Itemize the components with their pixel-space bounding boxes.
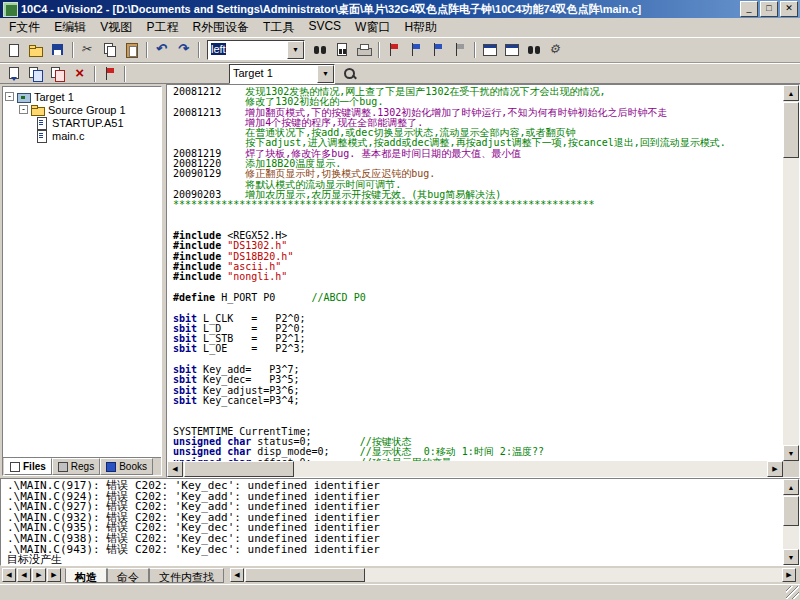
output-tab-2[interactable]: 文件内查找 bbox=[149, 568, 224, 583]
target-combo[interactable]: Target 1 ▼ bbox=[229, 64, 335, 84]
translate-file-button[interactable] bbox=[3, 64, 25, 84]
build-target-button[interactable] bbox=[25, 64, 47, 84]
tree-item-startup-a51[interactable]: STARTUP.A51 bbox=[5, 116, 159, 129]
find-button[interactable] bbox=[309, 40, 331, 60]
code-editor[interactable]: 20081212 发现1302发热的情况,网上查了下是国产1302在受干扰的情况… bbox=[166, 84, 800, 478]
scrollbar-thumb[interactable] bbox=[245, 568, 365, 582]
tab-scroll-first-icon[interactable]: ◀ bbox=[2, 568, 16, 582]
scroll-left-icon[interactable]: ◀ bbox=[167, 461, 183, 477]
menu-item-3[interactable]: P工程 bbox=[139, 17, 185, 38]
tree-item-source-group[interactable]: - Source Group 1 bbox=[5, 103, 159, 116]
output-horizontal-scrollbar[interactable]: ◀ ▶ bbox=[230, 568, 796, 582]
menu-items: F文件E编辑V视图P工程R外围设备T工具SVCSW窗口H帮助 bbox=[2, 17, 444, 38]
tree-item-label: Source Group 1 bbox=[48, 104, 126, 116]
output-window-icon bbox=[505, 43, 519, 57]
redo-button[interactable] bbox=[173, 40, 195, 60]
collapse-icon[interactable]: - bbox=[5, 92, 14, 101]
menu-item-5[interactable]: T工具 bbox=[256, 17, 301, 38]
scroll-up-icon[interactable]: ▲ bbox=[783, 479, 799, 495]
tree-item-main-c[interactable]: main.c bbox=[5, 129, 159, 142]
rebuild-all-button[interactable] bbox=[47, 64, 69, 84]
tab-scroll-last-icon[interactable]: ▶ bbox=[47, 568, 61, 582]
project-window-icon bbox=[483, 43, 497, 57]
next-bookmark-button[interactable] bbox=[427, 40, 449, 60]
close-button[interactable]: ✕ bbox=[780, 1, 798, 17]
scrollbar-thumb[interactable] bbox=[184, 461, 294, 477]
undo-button[interactable] bbox=[151, 40, 173, 60]
project-tree[interactable]: - Target 1 - Source Group 1 STARTUP.A51 … bbox=[3, 87, 161, 458]
code-line bbox=[173, 406, 783, 416]
code-line bbox=[173, 211, 783, 221]
code-area[interactable]: 20081212 发现1302发热的情况,网上查了下是国产1302在受干扰的情况… bbox=[167, 85, 783, 461]
code-segment: sbit bbox=[173, 343, 197, 354]
source-browser-button[interactable] bbox=[523, 40, 545, 60]
new-file-icon bbox=[7, 43, 21, 57]
editor-vertical-scrollbar[interactable]: ▲ ▼ bbox=[783, 85, 799, 461]
toggle-bookmark-icon bbox=[387, 43, 401, 57]
project-window-button[interactable] bbox=[479, 40, 501, 60]
project-panel-tabs: FilesRegsBooks bbox=[3, 457, 161, 475]
output-window-button[interactable] bbox=[501, 40, 523, 60]
scroll-left-icon[interactable]: ◀ bbox=[230, 568, 244, 582]
maximize-button[interactable]: □ bbox=[760, 1, 778, 17]
stop-build-button[interactable] bbox=[69, 64, 91, 84]
output-tab-0[interactable]: 构造 bbox=[65, 568, 107, 583]
output-window[interactable]: .\MAIN.C(917): 错误 C202: 'Key_dec': undef… bbox=[0, 478, 800, 566]
editor-horizontal-scrollbar[interactable]: ◀ ▶ bbox=[167, 461, 783, 477]
save-file-button[interactable] bbox=[47, 40, 69, 60]
menu-item-7[interactable]: W窗口 bbox=[348, 17, 397, 38]
target-options-button[interactable] bbox=[339, 64, 361, 84]
menu-item-6[interactable]: SVCS bbox=[301, 17, 348, 38]
source-file-icon bbox=[35, 130, 49, 142]
find-in-files-button[interactable] bbox=[331, 40, 353, 60]
menu-item-4[interactable]: R外围设备 bbox=[185, 17, 256, 38]
tab-scroll-right-icon[interactable]: ▶ bbox=[32, 568, 46, 582]
find-combo[interactable]: left ▼ bbox=[207, 40, 305, 60]
prev-bookmark-button[interactable] bbox=[405, 40, 427, 60]
status-bar bbox=[0, 584, 800, 600]
code-line: ****************************************… bbox=[173, 200, 783, 210]
resize-grip[interactable] bbox=[786, 586, 799, 599]
output-vertical-scrollbar[interactable]: ▲ ▼ bbox=[783, 479, 799, 565]
scrollbar-thumb[interactable] bbox=[783, 102, 799, 158]
clear-bookmarks-button[interactable] bbox=[449, 40, 471, 60]
cut-icon bbox=[81, 43, 95, 57]
options-button[interactable] bbox=[545, 40, 567, 60]
paste-button[interactable] bbox=[121, 40, 143, 60]
download-flash-button[interactable] bbox=[99, 64, 121, 84]
menu-item-0[interactable]: F文件 bbox=[2, 17, 47, 38]
menu-item-1[interactable]: E编辑 bbox=[47, 17, 93, 38]
output-text: .\MAIN.C(917): 错误 C202: 'Key_dec': undef… bbox=[1, 479, 783, 565]
panel-tab-books[interactable]: Books bbox=[100, 458, 153, 475]
collapse-icon[interactable]: - bbox=[19, 105, 28, 114]
chevron-down-icon[interactable]: ▼ bbox=[287, 41, 304, 59]
tree-item-target[interactable]: - Target 1 bbox=[5, 90, 159, 103]
scroll-up-icon[interactable]: ▲ bbox=[783, 85, 799, 101]
copy-button[interactable] bbox=[99, 40, 121, 60]
tab-scroll-left-icon[interactable]: ◀ bbox=[17, 568, 31, 582]
source-file-icon bbox=[35, 117, 49, 129]
chevron-down-icon[interactable]: ▼ bbox=[317, 65, 334, 83]
toggle-bookmark-button[interactable] bbox=[383, 40, 405, 60]
panel-tab-files[interactable]: Files bbox=[4, 458, 52, 475]
output-tab-1[interactable]: 命令 bbox=[107, 568, 149, 583]
code-segment: H_PORT P0 bbox=[221, 292, 311, 303]
panel-tab-regs[interactable]: Regs bbox=[52, 458, 100, 475]
cut-button[interactable] bbox=[77, 40, 99, 60]
menu-item-8[interactable]: H帮助 bbox=[397, 17, 444, 38]
scrollbar-thumb[interactable] bbox=[783, 496, 799, 526]
scroll-right-icon[interactable]: ▶ bbox=[767, 461, 783, 477]
minimize-button[interactable]: _ bbox=[740, 1, 758, 17]
build-toolbar-right bbox=[339, 64, 361, 84]
scroll-right-icon[interactable]: ▶ bbox=[782, 568, 796, 582]
folder-icon bbox=[31, 104, 45, 116]
scroll-down-icon[interactable]: ▼ bbox=[783, 445, 799, 461]
scroll-down-icon[interactable]: ▼ bbox=[783, 549, 799, 565]
books-tab-icon bbox=[106, 462, 116, 472]
new-file-button[interactable] bbox=[3, 40, 25, 60]
open-file-button[interactable] bbox=[25, 40, 47, 60]
menu-item-2[interactable]: V视图 bbox=[93, 17, 139, 38]
print-button[interactable] bbox=[353, 40, 375, 60]
options-icon bbox=[549, 43, 563, 57]
build-toolbar: Target 1 ▼ bbox=[0, 63, 800, 84]
